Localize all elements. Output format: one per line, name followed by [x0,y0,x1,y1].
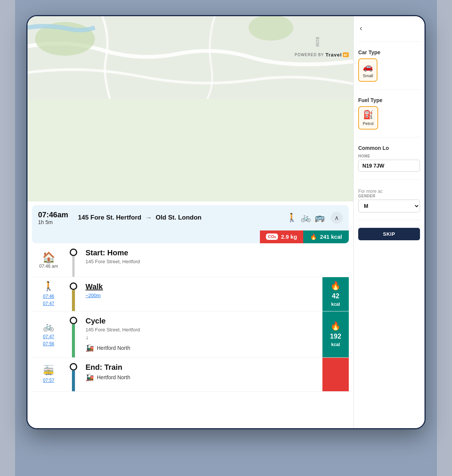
svg-text:B158: B158 [315,37,320,47]
trip-arrow-icon: → [145,214,152,222]
car-type-section: Car Type 🚗 Small [358,49,420,82]
flame-icon: 🔥 [310,233,317,240]
home-loc-input[interactable] [358,160,420,172]
trip-collapse-button[interactable]: ∧ [331,212,343,224]
trip-mode-icons: 🚶 🚲 🚌 [287,213,325,223]
fuel-type-options: ⛽ Petrol [358,106,420,130]
step-start-time: 07:46 am [39,264,58,269]
step-train-left: 🚋 07:57 [32,358,65,391]
cycle-mode-icon: 🚲 [301,213,311,223]
back-button[interactable]: ‹ [358,22,364,34]
co2-value: 2.9 kg [281,233,297,240]
car-type-label: Car Type [358,49,420,55]
trip-header-card: 07:46am 1h 5m 145 Fore St. Hertford → Ol… [32,205,349,243]
fuel-type-label: Fuel Type [358,97,420,103]
step-cycle-content: Cycle 145 Fore Street, Hertford ↓ 🚂 Hert… [82,311,322,357]
gender-label: GENDER [358,194,420,198]
step-walk-kcal: 🔥 42 kcal [322,277,349,311]
map-canvas: B158 POWERED BY Travelai [27,16,353,99]
step-train-middle [65,358,82,391]
gender-select[interactable]: M F [358,200,420,212]
walk-mode-icon: 🚶 [287,213,297,223]
travelai-logo: Travelai [325,52,349,58]
common-locations-section: Common Lo HOME [358,145,420,172]
right-panel: ‹ Car Type 🚗 Small Fuel Type ⛽ [353,16,425,428]
step-start-left: 🏠 07:46 am [32,243,65,277]
step-walk-circle [70,282,77,290]
step-start-content: Start: Home 145 Fore Street, Hertford [82,243,322,277]
step-cycle-kcal: 🔥 192 kcal [322,311,349,357]
trip-header-top: 07:46am 1h 5m 145 Fore St. Hertford → Ol… [32,205,349,230]
step-walk-title[interactable]: Walk [86,282,319,291]
train-mode-icon: 🚌 [315,213,325,223]
divider-3 [358,137,420,137]
step-start-right [322,243,349,277]
powered-by-badge: POWERED BY Travelai [295,52,349,58]
step-train: 🚋 07:57 End: Train 🚂 Hertford North [32,358,349,392]
step-start-circle [70,249,77,256]
step-cycle-left: 🚲 07:47 07:56 [32,311,65,357]
step-start: 🏠 07:46 am Start: Home 145 Fore Street, … [32,243,349,277]
fuel-type-section: Fuel Type ⛽ Petrol [358,97,420,130]
accuracy-section: For more ac GENDER M F [358,187,420,212]
step-walk-middle [65,277,82,311]
step-cycle-middle [65,311,82,357]
device-frame: B158 POWERED BY Travelai 07:46am [26,15,426,429]
trip-time-block: 07:46am 1h 5m [38,211,72,225]
train-dest-icon: 🚂 [86,344,94,352]
trip-destination: Old St. London [156,214,202,221]
co2-stats-badge: CO₂ 2.9 kg [260,230,303,243]
divider-2 [358,89,420,90]
trip-origin: 145 Fore St. Hertford [78,214,141,221]
skip-button[interactable]: SKIP [358,228,420,240]
step-train-content: End: Train 🚂 Hertford North [82,358,322,391]
step-cycle-time-end: 07:56 [43,340,54,348]
home-icon: 🏠 [42,251,55,264]
step-walk-time-start: 07:46 [43,293,54,300]
co2-icon: CO₂ [266,233,278,240]
powered-by-text: POWERED BY [295,53,324,57]
step-start-subtitle: 145 Fore Street, Hertford [86,259,319,264]
car-option-small[interactable]: 🚗 Small [358,58,378,82]
cycle-kcal-number: 192 [330,333,341,340]
trip-departure-time: 07:46am [38,211,72,219]
fuel-option-petrol[interactable]: ⛽ Petrol [358,106,378,130]
step-cycle-time-start: 07:47 [43,333,54,340]
step-train-time: 07:57 [43,377,54,384]
step-cycle-circle [70,317,77,324]
step-cycle-dest-name: Hertford North [97,345,130,351]
step-train-co2 [322,358,349,391]
step-train-dest-name: Hertford North [97,374,130,380]
divider-4 [358,179,420,180]
cycle-flame-icon: 🔥 [330,321,341,331]
small-car-icon: 🚗 [363,62,373,72]
step-walk: 🚶 07:46 07:47 Walk ~200m 🔥 [32,277,349,311]
trip-route: 145 Fore St. Hertford → Old St. London [78,214,279,222]
step-cycle-dest: 🚂 Hertford North [86,344,319,352]
step-start-line [72,256,75,277]
step-train-circle [70,363,77,371]
journey-steps: 🏠 07:46 am Start: Home 145 Fore Street, … [27,243,353,429]
step-cycle-subtitle: 145 Fore Street, Hertford [86,327,319,333]
car-type-options: 🚗 Small [358,58,420,82]
train-end-icon: 🚂 [86,373,94,381]
trip-stats-bar: CO₂ 2.9 kg 🔥 241 kcal [32,230,349,243]
tram-icon: 🚋 [43,365,54,375]
step-cycle: 🚲 07:47 07:56 Cycle 145 Fore Street, Her… [32,311,349,358]
walk-icon: 🚶 [43,281,54,291]
cycle-icon: 🚲 [43,321,54,332]
main-content: B158 POWERED BY Travelai 07:46am [27,16,353,428]
walk-kcal-label: kcal [331,302,340,307]
car-option-small-label: Small [363,73,373,78]
step-train-line [72,371,75,391]
step-cycle-right: 🔥 192 kcal [322,311,349,357]
step-cycle-arrow: ↓ [86,334,319,341]
step-walk-right: 🔥 42 kcal [322,277,349,311]
step-walk-distance[interactable]: ~200m [86,293,319,298]
cycle-kcal-label: kcal [331,342,340,347]
step-train-title: End: Train [86,363,319,372]
ai-badge: ai [343,52,349,57]
divider-5 [358,220,420,220]
more-accuracy-label: For more ac [358,189,420,194]
step-walk-time-end: 07:47 [43,300,54,307]
